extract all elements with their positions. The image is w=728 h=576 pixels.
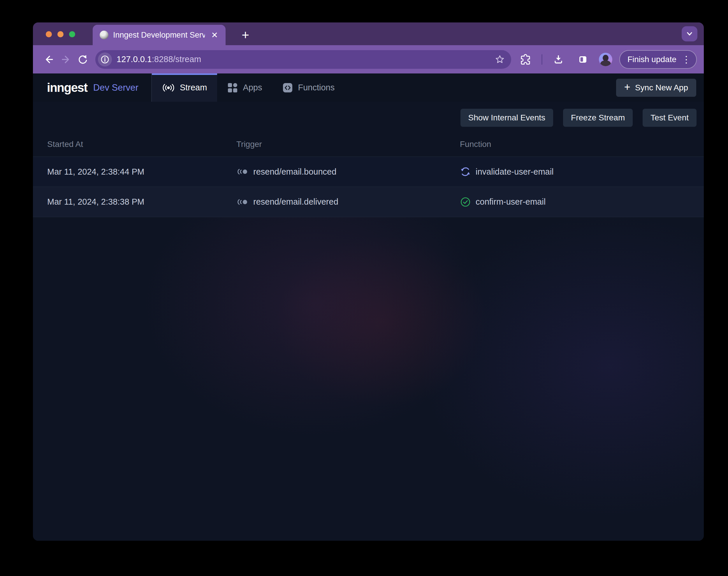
table-row[interactable]: Mar 11, 2024, 2:38:38 PM resend/email.de…: [33, 187, 704, 217]
freeze-stream-button[interactable]: Freeze Stream: [563, 109, 633, 127]
stream-actions: Show Internal Events Freeze Stream Test …: [33, 102, 704, 127]
tab-title: Inngest Development Server: [113, 31, 205, 40]
close-window-button[interactable]: [46, 31, 52, 37]
show-internal-events-button[interactable]: Show Internal Events: [461, 109, 553, 127]
success-icon: [460, 197, 471, 207]
plus-icon: +: [624, 82, 630, 92]
function-value: invalidate-user-email: [476, 167, 554, 177]
event-trigger-icon: [236, 198, 249, 206]
event-trigger-icon: [236, 168, 249, 175]
running-icon: [460, 166, 471, 177]
tab-search-button[interactable]: [682, 26, 697, 41]
inngest-logo: inngest: [47, 81, 87, 95]
trigger-value: resend/email.bounced: [253, 167, 336, 177]
window-controls: [46, 31, 75, 37]
column-started-at: Started At: [33, 140, 222, 149]
back-arrow-icon: [43, 54, 55, 65]
extensions-button[interactable]: [517, 51, 534, 68]
brand: inngest Dev Server: [33, 74, 151, 102]
dev-server-label: Dev Server: [93, 83, 139, 93]
started-at-value: Mar 11, 2024, 2:38:38 PM: [33, 197, 222, 207]
downloads-button[interactable]: [550, 51, 567, 68]
chevron-down-icon: [685, 29, 694, 38]
started-at-value: Mar 11, 2024, 2:38:44 PM: [33, 167, 222, 177]
minimize-window-button[interactable]: [57, 31, 63, 37]
trigger-value: resend/email.delivered: [253, 197, 338, 207]
tab-stream[interactable]: Stream: [152, 74, 217, 102]
apps-icon: [227, 83, 238, 93]
browser-toolbar: 127.0.0.1:8288/stream: [33, 45, 704, 74]
tab-stream-label: Stream: [180, 83, 207, 92]
app-nav: Stream Apps: [152, 74, 345, 102]
table-header: Started At Trigger Function: [33, 140, 704, 156]
info-icon: [100, 55, 110, 64]
toolbar-divider: [542, 54, 542, 65]
address-bar[interactable]: 127.0.0.1:8288/stream: [95, 50, 511, 69]
test-event-button[interactable]: Test Event: [643, 109, 697, 127]
reload-icon: [77, 54, 88, 65]
url-text[interactable]: 127.0.0.1:8288/stream: [117, 55, 489, 64]
url-host: 127.0.0.1: [117, 55, 152, 64]
browser-tab[interactable]: Inngest Development Server ✕: [93, 25, 226, 45]
puzzle-icon: [520, 54, 531, 65]
finish-update-label: Finish update: [628, 55, 676, 64]
side-panel-icon: [577, 54, 588, 65]
star-icon: [495, 54, 505, 65]
stream-table: Started At Trigger Function Mar 11, 2024…: [33, 140, 704, 217]
browser-menu-icon[interactable]: ⋮: [682, 54, 691, 65]
tab-functions-label: Functions: [298, 83, 334, 92]
stream-icon: [162, 83, 175, 93]
toolbar-actions: [517, 51, 612, 68]
sync-new-app-label: Sync New App: [635, 83, 688, 92]
back-button[interactable]: [40, 51, 57, 68]
inngest-app: inngest Dev Server Stream: [33, 74, 704, 541]
column-function: Function: [446, 140, 704, 149]
side-panel-button[interactable]: [575, 51, 591, 68]
forward-arrow-icon: [60, 54, 71, 65]
browser-tab-strip: Inngest Development Server ✕ +: [33, 23, 704, 45]
site-info-button[interactable]: [98, 53, 112, 66]
tab-apps[interactable]: Apps: [217, 74, 272, 102]
url-path: :8288/stream: [152, 55, 201, 64]
maximize-window-button[interactable]: [69, 31, 75, 37]
tab-close-icon[interactable]: ✕: [209, 30, 220, 40]
column-trigger: Trigger: [222, 140, 446, 149]
browser-window: Inngest Development Server ✕ +: [33, 23, 704, 541]
stream-page: Show Internal Events Freeze Stream Test …: [33, 102, 704, 541]
tab-functions[interactable]: Functions: [272, 74, 345, 102]
function-value: confirm-user-email: [476, 197, 546, 207]
sync-new-app-button[interactable]: + Sync New App: [616, 79, 696, 97]
download-icon: [553, 54, 564, 65]
bookmark-button[interactable]: [493, 53, 506, 66]
tab-favicon-icon: [100, 31, 109, 39]
table-row[interactable]: Mar 11, 2024, 2:38:44 PM resend/email.bo…: [33, 156, 704, 187]
profile-avatar[interactable]: [599, 53, 612, 66]
reload-button[interactable]: [74, 51, 91, 68]
forward-button[interactable]: [57, 51, 74, 68]
functions-icon: [282, 83, 293, 93]
tab-apps-label: Apps: [243, 83, 262, 92]
app-header: inngest Dev Server Stream: [33, 74, 704, 102]
finish-update-button[interactable]: Finish update ⋮: [619, 50, 697, 69]
new-tab-button[interactable]: +: [237, 27, 254, 44]
